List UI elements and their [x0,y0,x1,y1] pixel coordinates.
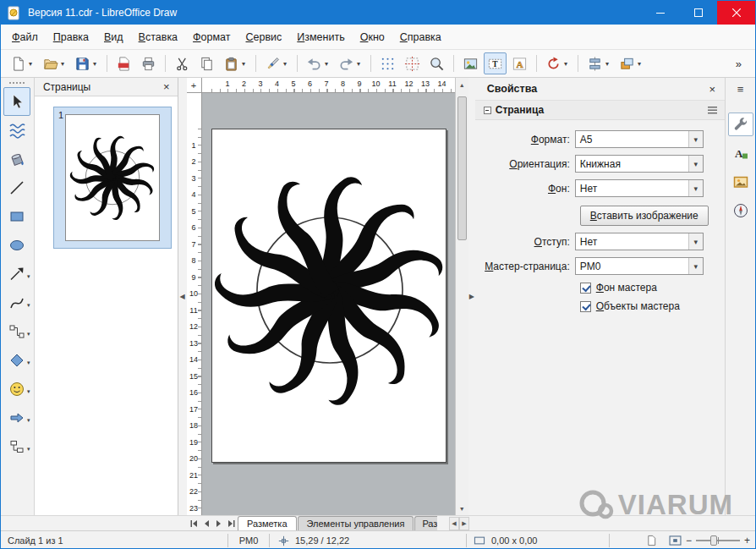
menu-tools[interactable]: Сервис [238,27,290,47]
zoom-slider-handle[interactable] [710,535,717,546]
menu-file[interactable]: Файл [4,27,46,47]
fontwork-button[interactable]: A [508,52,531,74]
tool-flowchart[interactable]: ▾ [3,432,30,461]
scroll-left-button[interactable]: ◀ [449,517,459,530]
previous-page-button[interactable] [200,517,212,530]
menu-insert[interactable]: Вставка [131,27,185,47]
clone-formatting-button[interactable]: ▾ [261,52,292,74]
tool-connectors[interactable]: ▾ [3,317,30,346]
section-more-options-button[interactable] [707,106,718,115]
dropdown-arrow-icon[interactable]: ▾ [688,131,703,147]
first-page-button[interactable] [187,517,200,530]
dropdown-arrow-icon[interactable]: ▾ [323,60,330,68]
scroll-up-button[interactable]: ▲ [456,78,468,91]
save-button[interactable]: ▾ [71,52,101,74]
pages-panel-close-button[interactable]: × [161,80,173,93]
undo-button[interactable]: ▾ [303,52,333,74]
layer-tab-layout[interactable]: Разметка [238,516,297,530]
tool-lines-and-arrows[interactable]: ▾ [3,260,30,288]
tool-line[interactable] [3,173,30,202]
master-background-checkbox[interactable] [580,283,591,294]
menu-window[interactable]: Окно [353,27,392,47]
dropdown-arrow-icon[interactable]: ▾ [27,417,30,424]
zoom-out-button[interactable]: − [686,535,692,546]
master-page-indicator[interactable]: PM0 [228,531,269,549]
tool-block-arrows[interactable]: ▾ [3,404,30,432]
dropdown-arrow-icon[interactable]: ▾ [688,180,703,196]
dropdown-arrow-icon[interactable]: ▾ [688,233,703,250]
section-collapse-icon[interactable] [484,107,491,114]
background-dropdown[interactable]: Нет ▾ [575,179,704,197]
tool-select[interactable] [3,87,30,116]
print-button[interactable] [137,52,160,74]
pages-panel-splitter[interactable]: ◀ [178,78,187,515]
copy-button[interactable] [195,52,218,74]
tool-symbol-shapes[interactable]: ▾ [3,375,30,404]
dropdown-arrow-icon[interactable]: ▾ [688,258,703,274]
dropdown-arrow-icon[interactable]: ▾ [355,60,362,68]
dropdown-arrow-icon[interactable]: ▾ [562,60,569,68]
menu-view[interactable]: Вид [96,27,131,47]
menu-edit[interactable]: Правка [46,27,96,47]
menu-format[interactable]: Формат [185,27,238,47]
tool-basic-shapes[interactable]: ▾ [3,346,30,375]
arrange-button[interactable]: ▾ [616,52,646,74]
dropdown-arrow-icon[interactable]: ▾ [27,331,30,338]
tool-ellipse[interactable] [3,231,30,260]
minimize-button[interactable] [641,1,679,25]
redo-button[interactable]: ▾ [335,52,365,74]
export-pdf-button[interactable] [112,52,135,74]
tool-rectangle[interactable] [3,202,30,231]
sidebar-tab-navigator[interactable] [728,199,753,222]
layer-tab-dimension-lines[interactable]: Раз [414,516,437,530]
align-button[interactable]: ▾ [583,52,614,74]
tool-curves-and-polygons[interactable]: ▾ [3,288,30,317]
layer-tab-controls[interactable]: Элементы управления [298,516,414,530]
zoom-fit-icon[interactable] [669,535,682,546]
new-document-button[interactable]: ▾ [7,52,37,74]
dropdown-arrow-icon[interactable]: ▾ [27,360,30,366]
menu-help[interactable]: Справка [392,27,449,47]
tool-fill-color[interactable] [3,145,30,173]
orientation-dropdown[interactable]: Книжная ▾ [575,155,704,173]
insert-image-button[interactable] [459,52,482,74]
dropdown-arrow-icon[interactable]: ▾ [27,302,30,309]
sidebar-tab-styles[interactable]: A [728,141,753,165]
format-dropdown[interactable]: A5 ▾ [575,130,704,148]
margin-dropdown[interactable]: Нет ▾ [575,233,704,250]
last-page-button[interactable] [225,517,238,530]
document-page[interactable] [211,129,446,463]
master-page-dropdown[interactable]: PM0 ▾ [575,257,704,275]
properties-panel-close-button[interactable]: × [706,83,718,96]
zoom-button[interactable] [425,52,448,74]
vertical-ruler[interactable]: 1234567891011121314151617181920212223 [187,93,202,515]
pages-panel-collapse-handle[interactable]: ◀ [178,280,187,314]
sidebar-tab-properties[interactable] [728,113,753,136]
sidebar-tab-gallery[interactable] [728,170,753,194]
master-objects-checkbox-row[interactable]: Объекты мастера [580,297,725,316]
toolbar-grip-handle[interactable] [9,82,25,84]
properties-panel-splitter[interactable]: ▶ [468,78,475,515]
dropdown-arrow-icon[interactable]: ▾ [604,60,611,68]
properties-panel-collapse-handle[interactable]: ▶ [468,280,475,314]
master-objects-checkbox[interactable] [580,301,591,312]
open-button[interactable]: ▾ [39,52,69,74]
dropdown-arrow-icon[interactable]: ▾ [636,60,643,68]
snap-guides-button[interactable] [401,52,424,74]
page-thumbnail[interactable]: 1 [53,107,172,249]
horizontal-ruler[interactable]: 1234567891011121314 [202,78,455,93]
toolbar-overflow-button[interactable]: » [728,52,749,74]
master-background-checkbox-row[interactable]: Фон мастера [580,278,725,297]
display-grid-button[interactable] [376,52,399,74]
zoom-slider[interactable] [696,540,740,541]
close-button[interactable] [717,1,755,25]
ruler-origin[interactable]: + [187,78,202,93]
zoom-in-button[interactable]: + [744,535,750,546]
sidebar-settings-button[interactable]: ≡ [737,83,744,96]
tool-line-style[interactable] [3,116,30,145]
next-page-button[interactable] [212,517,225,530]
dropdown-arrow-icon[interactable]: ▾ [27,273,30,280]
vertical-scrollbar-thumb[interactable] [457,96,467,240]
drawing-area[interactable] [202,93,455,515]
dropdown-arrow-icon[interactable]: ▾ [27,388,30,395]
